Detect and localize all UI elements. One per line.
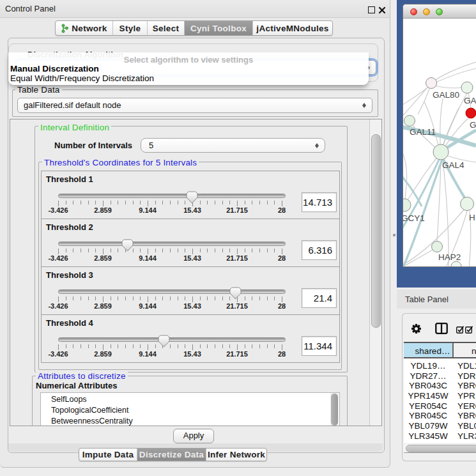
- svg-text:GAL4: GAL4: [442, 160, 464, 170]
- svg-text:G: G: [470, 120, 476, 130]
- svg-text:GAL11: GAL11: [410, 127, 436, 137]
- svg-text:H: H: [469, 213, 475, 222]
- svg-text:HAP2: HAP2: [438, 252, 461, 262]
- svg-text:GAL80: GAL80: [433, 90, 459, 100]
- svg-text:GCY1: GCY1: [403, 213, 425, 223]
- svg-text:GA: GA: [464, 96, 476, 105]
